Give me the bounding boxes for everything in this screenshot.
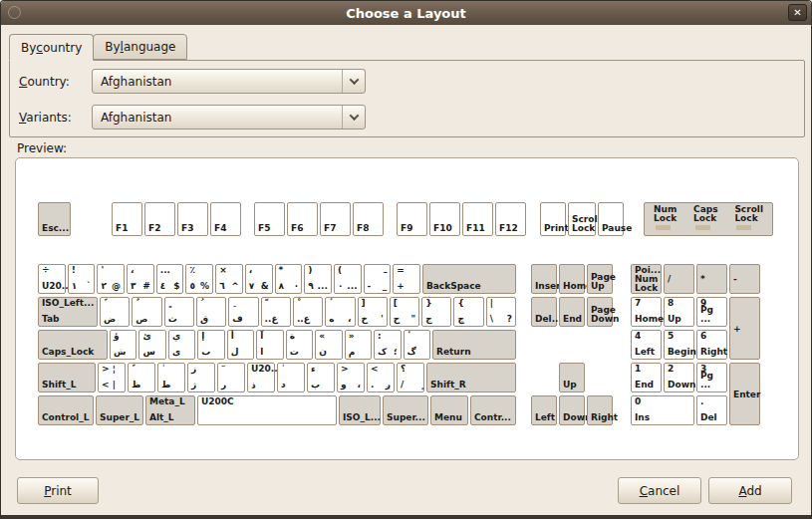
key-label: ، (348, 315, 351, 324)
key-label: پ (311, 381, 320, 389)
key-label: > (341, 365, 349, 374)
key-label: ... (347, 282, 357, 291)
key-label: ږ (386, 381, 391, 389)
key-label: Enter (733, 389, 760, 398)
key-label: ٢ (101, 282, 107, 291)
key-label: F4 (214, 224, 226, 233)
key-right: Right (587, 395, 613, 425)
variants-dropdown-button[interactable] (342, 106, 365, 129)
key-label: Left (535, 413, 555, 422)
key-label: ب (201, 348, 210, 357)
key-backspace: BackSpace (422, 264, 516, 294)
key-glyph: ْ..ع (293, 297, 323, 327)
key-glyph: آا (256, 330, 283, 360)
button-label-rest: ancel (648, 484, 679, 498)
key-iso-l: ISO_L... (339, 395, 381, 425)
key-label: 6 (700, 332, 706, 341)
close-button[interactable]: ✕ (788, 4, 807, 21)
key-label: ٪ (189, 266, 195, 275)
window-title: Choose a Layout (346, 6, 466, 21)
print-button[interactable]: Print (17, 477, 99, 504)
key-label: F1 (116, 224, 128, 233)
key-label: Return (436, 348, 471, 357)
tab-label: By (105, 40, 120, 54)
keyboard-preview: Esc...F1F2F3F4F5F6F7F8F9F10F11F12PrintSc… (15, 157, 799, 460)
titlebar[interactable]: Choose a Layout ✕ (1, 1, 811, 25)
tab-label-mnemonic: c (36, 41, 43, 55)
key-label: إ (201, 332, 204, 341)
key-glyph: ٔه، (325, 297, 355, 327)
country-dropdown-button[interactable] (342, 70, 365, 93)
key-label: Poi... Num Lock (635, 266, 661, 293)
key-label: ] (362, 299, 366, 308)
key-glyph: »م (345, 330, 372, 360)
add-button[interactable]: Add (708, 477, 792, 504)
system-key-group: PrintScroll LockPause (540, 202, 624, 236)
keyboard-row-5: Control_LSuper_LMeta_LAlt_LU200CISO_L...… (38, 395, 516, 425)
key-glyph: >و، (337, 363, 365, 392)
key-glyph: ّ..غ (261, 297, 291, 327)
key-glyph: '٢@ (97, 264, 125, 294)
key-glyph: > ¦< | (98, 363, 126, 392)
key-glyph: ٪٥% (185, 264, 213, 294)
key-label: ٦ (219, 282, 225, 291)
key-label: ISO_Left... (42, 299, 94, 308)
key-label: Shift_L (42, 381, 76, 389)
chevron-down-icon (349, 75, 359, 85)
key-glyph: ـ-_ (364, 264, 392, 294)
key-label: F10 (433, 224, 452, 233)
key-label: " (410, 315, 415, 324)
key-label: ئ (142, 332, 150, 341)
key-glyph: ًض (100, 297, 130, 327)
cancel-button[interactable]: Cancel (618, 477, 701, 504)
key-begin: 5Begin (664, 330, 694, 360)
key-enter: Enter (729, 363, 760, 425)
key-glyph: {چ (453, 297, 483, 327)
key-alt-l: Meta_LAlt_L (145, 395, 195, 425)
key-label: Tab (42, 315, 60, 324)
numpad-cluster: Poi... Num Lock/*-7Home8Up9Pg ...+4Left5… (631, 264, 760, 428)
country-value: Afghanistan (93, 75, 342, 89)
key-label: ژ (191, 381, 196, 389)
key-f7: F7 (320, 202, 351, 236)
key-label: و (341, 381, 347, 389)
key-label: ت (290, 348, 299, 357)
key-label: ظ (132, 381, 140, 389)
key-label: ..ع (297, 315, 310, 324)
keyboard-row-1: ÷U20...!١`'٢@،٣#...٤$٪٥%×٦^،٧&*٨·)٩...(٠… (38, 264, 516, 294)
country-row: Country: Afghanistan (19, 69, 366, 94)
key-glyph: ٍث (164, 297, 194, 327)
key-glyph: !١` (68, 264, 96, 294)
country-combobox[interactable]: Afghanistan (92, 69, 366, 94)
key-glyph: [ح" (390, 297, 419, 327)
key-label: F3 (181, 224, 193, 233)
key-label: Up (668, 315, 681, 324)
key-f2: F2 (144, 202, 175, 236)
key-label: ذ (251, 381, 256, 389)
key-glyph: * (696, 264, 727, 294)
key-label: ISO_L... (343, 413, 381, 422)
key-insert: Insert (531, 264, 557, 294)
choose-a-layout-dialog: Choose a Layout ✕ By country By language… (0, 0, 812, 519)
key-glyph: ٔگ (404, 330, 430, 360)
tab-by-language[interactable]: By language (93, 34, 187, 60)
variants-combobox[interactable]: Afghanistan (92, 105, 366, 130)
variants-label: Variants: (19, 111, 92, 125)
key-poi-num-lock: Poi... Num Lock (631, 264, 662, 294)
key-label: | (490, 299, 493, 308)
keyboard-row-3: Caps_Lockؤشئسيیإبألآاةت«ن»م:ک؛ٔگReturn (38, 330, 516, 360)
key-label: 4 (635, 332, 641, 341)
key-label: Left (635, 348, 655, 357)
key-super-l: Super_L (96, 395, 143, 425)
key-f9: F9 (397, 202, 427, 236)
key-menu: Menu (430, 395, 468, 425)
key-glyph: }ج (421, 297, 451, 327)
key-label: ٨ (279, 282, 285, 291)
key-label: Print (544, 224, 569, 233)
tab-by-country[interactable]: By country (9, 34, 94, 61)
keyboard-main-area: ÷U20...!١`'٢@،٣#...٤$٪٥%×٦^،٧&*٨·)٩...(٠… (38, 264, 798, 428)
key-shift-r: Shift_R (426, 363, 516, 392)
window-menu-icon[interactable] (8, 6, 21, 19)
key-label: ' (101, 266, 104, 275)
key-label: ؤ (114, 332, 120, 341)
